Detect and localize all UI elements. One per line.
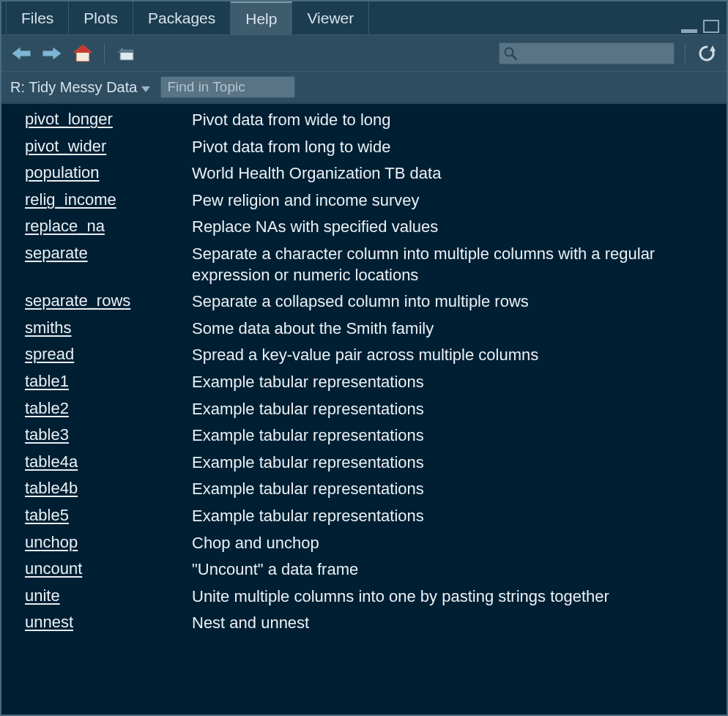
help-topic-link[interactable]: table3 [25, 425, 69, 444]
help-topic-row: table4aExample tabular representations [1, 450, 727, 477]
arrow-right-icon [42, 45, 62, 61]
help-topic-link[interactable]: smiths [25, 318, 72, 337]
help-topic-link[interactable]: table2 [25, 399, 69, 417]
search-icon [504, 47, 517, 60]
help-topic-fn-cell: unchop [25, 533, 185, 552]
help-topic-description: Spread a key-value pair across multiple … [192, 345, 712, 366]
help-topic-row: relig_incomePew religion and income surv… [1, 187, 727, 215]
help-topic-row: unnestNest and unnest [1, 610, 727, 637]
tab-label: Help [245, 10, 277, 28]
help-topic-fn-cell: replace_na [25, 217, 185, 236]
help-topic-fn-cell: table4b [25, 479, 185, 498]
help-topic-row: separate_rowsSeparate a collapsed column… [1, 288, 727, 316]
forward-button[interactable] [41, 42, 63, 64]
help-topic-link[interactable]: pivot_wider [25, 137, 106, 155]
help-topic-row: table3Example tabular representations [1, 422, 727, 450]
help-content[interactable]: pivot_longerPivot data from wide to long… [1, 104, 727, 715]
tab-label: Packages [148, 10, 215, 27]
find-in-topic-input[interactable] [167, 79, 341, 95]
refresh-button[interactable] [696, 42, 718, 64]
help-topic-fn-cell: spread [25, 345, 185, 364]
tab-packages[interactable]: Packages [133, 1, 231, 34]
help-topic-link[interactable]: separate [25, 244, 88, 262]
help-topic-link[interactable]: separate_rows [25, 291, 130, 310]
help-topic-description: World Health Organization TB data [192, 163, 712, 184]
help-topic-description: Example tabular representations [192, 452, 712, 474]
svg-marker-12 [141, 86, 150, 92]
help-topic-description: Some data about the Smith family [192, 318, 712, 340]
help-topic-row: pivot_widerPivot data from long to wide [1, 134, 727, 161]
help-topic-fn-cell: table1 [25, 372, 185, 391]
help-topic-description: Nest and unnest [192, 613, 712, 634]
help-topic-description: Example tabular representations [192, 506, 712, 527]
help-search-box[interactable] [499, 42, 675, 64]
help-topic-link[interactable]: unchop [25, 533, 78, 551]
help-topic-link[interactable]: replace_na [25, 217, 105, 235]
svg-line-10 [512, 55, 516, 59]
help-search-input[interactable] [521, 47, 669, 60]
help-topic-row: table4bExample tabular representations [1, 476, 727, 503]
toolbar-separator [685, 44, 686, 63]
minimize-icon[interactable] [681, 21, 697, 33]
help-topic-description: Example tabular representations [192, 372, 712, 393]
help-topic-description: Separate a collapsed column into multipl… [192, 291, 712, 313]
home-icon [73, 45, 92, 62]
help-topic-fn-cell: unnest [25, 613, 185, 632]
help-topic-link[interactable]: uncount [25, 559, 82, 578]
help-topic-row: separateSeparate a character column into… [1, 241, 727, 288]
tab-files[interactable]: Files [6, 1, 69, 34]
find-in-topic-box[interactable] [160, 76, 295, 98]
help-topic-row: replace_naReplace NAs with specified val… [1, 214, 727, 241]
svg-rect-7 [120, 50, 133, 53]
help-topic-description: Example tabular representations [192, 399, 712, 420]
chevron-down-icon [141, 79, 150, 96]
refresh-icon [698, 45, 716, 62]
help-topic-fn-cell: table5 [25, 506, 185, 525]
home-button[interactable] [72, 42, 94, 64]
help-topic-fn-cell: table3 [25, 425, 185, 444]
help-topic-row: spreadSpread a key-value pair across mul… [1, 342, 727, 369]
toolbar-separator [104, 44, 105, 63]
help-topic-row: smithsSome data about the Smith family [1, 316, 727, 343]
tab-label: Files [21, 10, 53, 27]
help-topic-link[interactable]: unnest [25, 613, 73, 631]
tab-plots[interactable]: Plots [69, 1, 133, 34]
svg-marker-2 [12, 47, 31, 60]
breadcrumb-label: R: Tidy Messy Data [10, 79, 137, 96]
help-topic-link[interactable]: unite [25, 586, 60, 605]
svg-rect-0 [681, 29, 697, 33]
help-topic-fn-cell: separate_rows [25, 291, 185, 310]
help-topic-link[interactable]: population [25, 163, 100, 182]
help-breadcrumb-bar: R: Tidy Messy Data [1, 72, 727, 104]
help-topic-row: table5Example tabular representations [1, 503, 727, 530]
help-topic-link[interactable]: table5 [25, 506, 69, 524]
help-topic-description: "Uncount" a data frame [192, 559, 712, 581]
help-topic-description: Pivot data from long to wide [192, 137, 712, 158]
help-topic-description: Pew religion and income survey [192, 190, 712, 212]
help-topic-fn-cell: separate [25, 244, 185, 263]
maximize-icon[interactable] [703, 20, 719, 33]
pane-tabbar: Files Plots Packages Help Viewer [1, 1, 727, 35]
help-topic-link[interactable]: pivot_longer [25, 110, 113, 128]
help-topic-description: Example tabular representations [192, 479, 712, 500]
svg-rect-1 [704, 20, 718, 32]
open-new-window-button[interactable] [115, 42, 137, 64]
help-topic-description: Chop and unchop [192, 533, 712, 554]
help-topic-link[interactable]: table4b [25, 479, 78, 497]
help-topic-link[interactable]: relig_income [25, 190, 116, 209]
arrow-left-icon [12, 45, 31, 61]
help-topic-fn-cell: relig_income [25, 190, 185, 209]
help-topic-link[interactable]: spread [25, 345, 74, 363]
help-topic-fn-cell: table2 [25, 399, 185, 418]
help-topic-fn-cell: pivot_longer [25, 110, 185, 129]
tab-viewer[interactable]: Viewer [292, 1, 369, 34]
help-topic-row: table1Example tabular representations [1, 369, 727, 396]
tab-label: Plots [83, 10, 118, 27]
help-topic-link[interactable]: table1 [25, 372, 69, 390]
help-topic-link[interactable]: table4a [25, 452, 78, 471]
help-topic-description: Pivot data from wide to long [192, 110, 712, 131]
back-button[interactable] [10, 42, 32, 64]
help-topic-description: Unite multiple columns into one by pasti… [192, 586, 712, 608]
help-breadcrumb[interactable]: R: Tidy Messy Data [10, 79, 150, 96]
tab-help[interactable]: Help [231, 1, 292, 34]
